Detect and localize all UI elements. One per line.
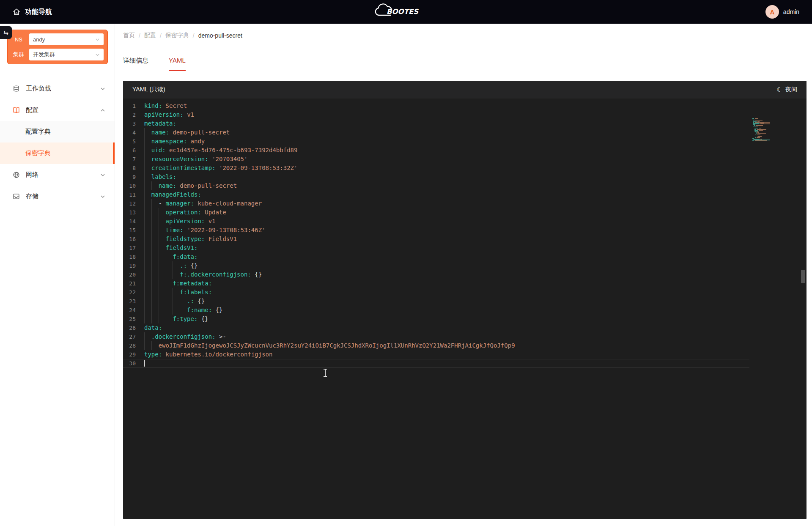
code-line[interactable]: 1kind: Secret <box>123 101 807 110</box>
line-number[interactable]: 5 <box>123 137 144 146</box>
code-line[interactable]: 28ewoJImF1dGhzIjogewoJCSJyZWcucnVuc3RhY2… <box>123 341 807 350</box>
sidebar-item-secret[interactable]: 保密字典 <box>0 142 115 164</box>
code-line[interactable]: 17fieldsV1: <box>123 244 807 252</box>
chevron-down-icon <box>95 37 100 42</box>
cluster-select[interactable]: 开发集群 <box>29 49 104 60</box>
line-number[interactable]: 6 <box>123 146 144 155</box>
scrollbar-thumb[interactable] <box>801 270 805 283</box>
code-text: apiVersion: v1 <box>144 110 194 119</box>
minimap[interactable] <box>752 118 797 142</box>
line-number[interactable]: 22 <box>123 288 144 297</box>
code-line[interactable]: 27.dockerconfigjson: >- <box>123 332 807 341</box>
line-number[interactable]: 27 <box>123 332 144 341</box>
code-line[interactable]: 29type: kubernetes.io/dockerconfigjson <box>123 350 807 359</box>
line-number[interactable]: 25 <box>123 315 144 323</box>
line-number[interactable]: 30 <box>123 359 144 368</box>
code-text: type: kubernetes.io/dockerconfigjson <box>144 350 272 359</box>
line-number[interactable]: 14 <box>123 217 144 226</box>
code-text: f:type: {} <box>144 315 208 323</box>
brand-logo: BOOTES <box>372 3 440 21</box>
code-line[interactable]: 19.: {} <box>123 261 807 270</box>
line-number[interactable]: 19 <box>123 261 144 270</box>
line-number[interactable]: 23 <box>123 297 144 306</box>
code-text <box>144 359 145 368</box>
line-number[interactable]: 24 <box>123 306 144 315</box>
code-line[interactable]: 21f:metadata: <box>123 279 807 288</box>
code-line[interactable]: 2apiVersion: v1 <box>123 110 807 119</box>
line-number[interactable]: 4 <box>123 128 144 137</box>
chevron-up-icon <box>100 108 105 113</box>
breadcrumb-home[interactable]: 首页 <box>123 32 135 39</box>
code-line[interactable]: 16fieldsType: FieldsV1 <box>123 235 807 244</box>
code-line[interactable]: 15time: '2022-09-13T08:53:46Z' <box>123 226 807 235</box>
breadcrumb-secret[interactable]: 保密字典 <box>165 32 189 39</box>
line-number[interactable]: 11 <box>123 190 144 199</box>
code-text: name: demo-pull-secret <box>144 181 237 190</box>
code-area[interactable]: 1kind: Secret2apiVersion: v13metadata:4n… <box>123 99 807 519</box>
breadcrumb-separator: / <box>139 32 140 39</box>
line-number[interactable]: 1 <box>123 101 144 110</box>
code-line[interactable]: 25f:type: {} <box>123 315 807 323</box>
line-number[interactable]: 16 <box>123 235 144 244</box>
menu-label: 工作负载 <box>26 85 51 93</box>
breadcrumb: 首页 / 配置 / 保密字典 / demo-pull-secret <box>123 32 242 39</box>
line-number[interactable]: 10 <box>123 181 144 190</box>
code-line[interactable]: 3metadata: <box>123 119 807 128</box>
tab-yaml[interactable]: YAML <box>169 57 186 71</box>
line-number[interactable]: 7 <box>123 155 144 164</box>
code-line[interactable]: 9labels: <box>123 173 807 181</box>
namespace-label: NS <box>11 36 26 43</box>
breadcrumb-current: demo-pull-secret <box>198 32 242 39</box>
code-line[interactable]: 23.: {} <box>123 297 807 306</box>
code-line[interactable]: 13operation: Update <box>123 208 807 217</box>
sidebar-item-workloads[interactable]: 工作负载 <box>0 78 115 99</box>
line-number[interactable]: 3 <box>123 119 144 128</box>
username[interactable]: admin <box>783 8 799 15</box>
sidebar-item-config[interactable]: 配置 <box>0 99 115 121</box>
code-line[interactable]: 24f:name: {} <box>123 306 807 315</box>
line-number[interactable]: 26 <box>123 323 144 332</box>
tab-details[interactable]: 详细信息 <box>123 57 148 71</box>
line-number[interactable]: 18 <box>123 252 144 261</box>
breadcrumb-config[interactable]: 配置 <box>144 32 156 39</box>
line-number[interactable]: 15 <box>123 226 144 235</box>
text-caret <box>144 360 145 367</box>
line-number[interactable]: 2 <box>123 110 144 119</box>
code-line[interactable]: 6uid: ec1d457e-5d76-475c-b693-7392d4bbfd… <box>123 146 807 155</box>
line-number[interactable]: 8 <box>123 164 144 173</box>
code-line[interactable]: 26data: <box>123 323 807 332</box>
code-line[interactable]: 12- manager: kube-cloud-manager <box>123 199 807 208</box>
code-line[interactable]: 11managedFields: <box>123 190 807 199</box>
code-text: resourceVersion: '20703405' <box>144 155 247 164</box>
line-number[interactable]: 17 <box>123 244 144 252</box>
brand-text: BOOTES <box>387 8 419 16</box>
code-line[interactable]: 30 <box>123 359 749 368</box>
sidebar-item-configmap[interactable]: 配置字典 <box>0 121 115 142</box>
code-line[interactable]: 4name: demo-pull-secret <box>123 128 807 137</box>
line-number[interactable]: 12 <box>123 199 144 208</box>
sidebar-item-storage[interactable]: 存储 <box>0 186 115 207</box>
sidebar-collapse-button[interactable]: ⇆ <box>0 26 12 39</box>
code-line[interactable]: 18f:data: <box>123 252 807 261</box>
line-number[interactable]: 21 <box>123 279 144 288</box>
code-line[interactable]: 10name: demo-pull-secret <box>123 181 807 190</box>
avatar[interactable]: A <box>765 5 779 19</box>
line-number[interactable]: 9 <box>123 173 144 181</box>
line-number[interactable]: 13 <box>123 208 144 217</box>
line-number[interactable]: 28 <box>123 341 144 350</box>
code-text: apiVersion: v1 <box>144 217 216 226</box>
line-number[interactable]: 20 <box>123 270 144 279</box>
namespace-value: andy <box>33 36 45 43</box>
nav-home[interactable]: 功能导航 <box>13 8 52 16</box>
sidebar-item-network[interactable]: 网络 <box>0 164 115 186</box>
collapse-arrows-icon: ⇆ <box>3 29 8 36</box>
code-line[interactable]: 14apiVersion: v1 <box>123 217 807 226</box>
line-number[interactable]: 29 <box>123 350 144 359</box>
code-line[interactable]: 8creationTimestamp: '2022-09-13T08:53:32… <box>123 164 807 173</box>
namespace-select[interactable]: andy <box>29 33 104 45</box>
code-line[interactable]: 20f:.dockerconfigjson: {} <box>123 270 807 279</box>
code-line[interactable]: 7resourceVersion: '20703405' <box>123 155 807 164</box>
code-line[interactable]: 5namespace: andy <box>123 137 807 146</box>
theme-toggle-button[interactable]: ☾ 夜间 <box>777 86 797 93</box>
code-line[interactable]: 22f:labels: <box>123 288 807 297</box>
